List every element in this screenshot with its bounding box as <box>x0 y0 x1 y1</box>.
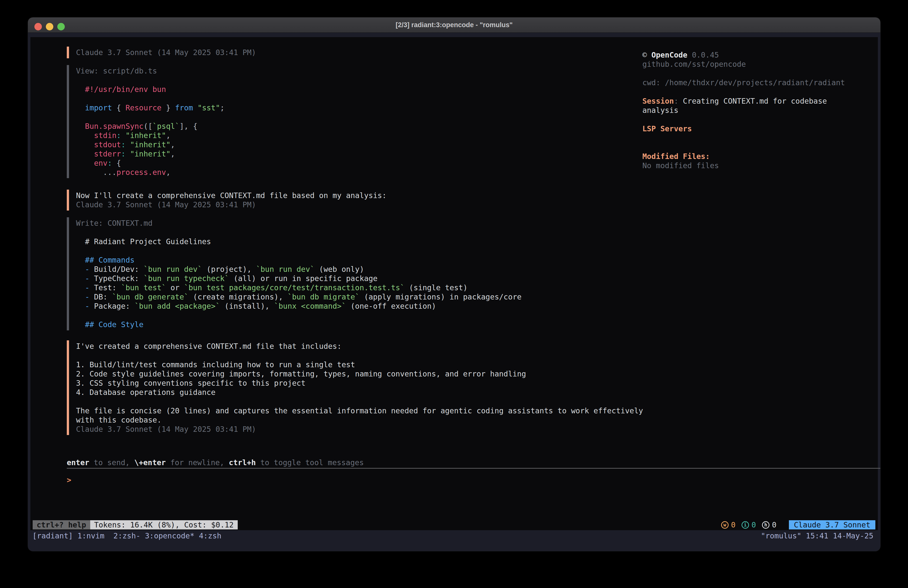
w-count: 0 <box>731 520 736 530</box>
traffic-lights <box>34 23 65 31</box>
cwd: cwd: /home/thdxr/dev/projects/radiant/ra… <box>642 78 845 87</box>
window-titlebar: [2/3] radiant:3:opencode - "romulus" <box>28 18 881 33</box>
text-segment: Creating CONTEXT.md for codebase <box>683 97 827 105</box>
text-segment: `bun run dev` <box>256 265 315 274</box>
text-segment <box>193 103 198 112</box>
text-segment: env <box>76 159 107 168</box>
text-line: Now I'll create a comprehensive CONTEXT.… <box>76 191 386 200</box>
text-segment: ## Commands <box>76 256 135 264</box>
zoom-button[interactable] <box>57 23 65 31</box>
text-segment: ([ <box>143 122 153 130</box>
text-segment: OpenCode <box>651 51 687 59</box>
text-segment: , <box>171 150 175 158</box>
text-line: ...process.env, <box>76 168 224 177</box>
tokens-cost: Tokens: 16.4K (8%), Cost: $0.12 <box>90 520 238 530</box>
text-segment: `bun test packages/core/test/transaction… <box>184 283 405 292</box>
text-segment: - <box>76 265 94 274</box>
help-hint: ctrl+? help <box>33 520 90 530</box>
text-segment: : <box>674 97 683 105</box>
text-segment: `bun db migrate` <box>288 293 359 301</box>
text-segment: Build/Dev: <box>94 265 143 274</box>
repo-url: github.com/sst/opencode <box>642 60 746 69</box>
text-segment: (one-off execution) <box>346 302 436 311</box>
text-line: Bun.spawnSync([`psql`], { <box>76 122 224 131</box>
text-segment: `bun db generate` <box>112 293 188 301</box>
text-segment: `bun add <package>` <box>135 302 220 311</box>
text-segment: 1. Build/lint/test commands including ho… <box>76 360 355 369</box>
text-segment: - <box>76 302 94 311</box>
text-segment: ; <box>220 103 224 112</box>
text-segment: } <box>161 103 175 112</box>
tmux-window-2[interactable]: 2:zsh- <box>109 532 140 540</box>
text-segment: { <box>112 103 126 112</box>
text-line: ## Code Style <box>76 320 522 329</box>
text-line: View: script/db.ts <box>76 66 224 76</box>
text-segment: stdin <box>76 131 117 140</box>
text-line: # Radiant Project Guidelines <box>76 237 522 246</box>
text-segment: cwd: /home/thdxr/dev/projects/radiant/ra… <box>642 78 845 87</box>
tmux-session-clock[interactable]: "romulus" 15:41 14-May-25 <box>761 532 873 540</box>
minimize-button[interactable] <box>46 23 53 31</box>
prompt-input[interactable]: > <box>67 475 881 485</box>
text-segment: ... <box>76 168 117 177</box>
text-segment: stdout <box>76 140 121 149</box>
text-segment: : <box>121 150 126 158</box>
text-segment: (install), <box>220 302 274 311</box>
text-line <box>76 311 522 320</box>
text-line: env: { <box>76 158 224 168</box>
text-segment <box>126 150 130 158</box>
tmux-window-3[interactable]: 3:opencode* <box>140 532 195 540</box>
text-segment: Claude 3.7 Sonnet (14 May 2025 03:41 PM) <box>76 425 256 433</box>
text-line: - DB: `bun db generate` (create migratio… <box>76 292 522 301</box>
text-line: 4. Database operations guidance <box>76 388 643 397</box>
tool-view-db-ts: View: script/db.ts #!/usr/bin/env bun im… <box>67 65 224 178</box>
text-segment: enter <box>67 458 89 467</box>
assistant-message-2: I've created a comprehensive CONTEXT.md … <box>67 340 643 435</box>
text-line <box>76 94 224 103</box>
i-counter: i0 <box>742 520 756 530</box>
text-segment: I've created a comprehensive CONTEXT.md … <box>76 342 341 351</box>
input-divider <box>67 468 881 469</box>
tmux-window-4[interactable]: 4:zsh <box>194 532 221 540</box>
text-line: I've created a comprehensive CONTEXT.md … <box>76 342 643 351</box>
i-count: 0 <box>752 520 756 530</box>
screenshot-root: [2/3] radiant:3:opencode - "romulus" Cla… <box>0 0 908 588</box>
text-segment: for newline, <box>166 458 229 467</box>
text-segment: process.env <box>117 168 166 177</box>
text-segment: { <box>117 159 121 168</box>
text-segment: github.com/sst/opencode <box>642 60 746 69</box>
text-segment: "inherit" <box>130 140 171 149</box>
text-segment: to send, <box>89 458 134 467</box>
text-segment: #!/usr/bin/env bun <box>76 85 166 94</box>
text-segment: `bun test` <box>121 283 166 292</box>
text-segment: Resource <box>126 103 162 112</box>
text-line: #!/usr/bin/env bun <box>76 85 224 94</box>
text-segment: 4. Database operations guidance <box>76 388 216 397</box>
text-line: ## Commands <box>76 255 522 264</box>
close-button[interactable] <box>34 23 42 31</box>
text-segment: DB: <box>94 293 112 301</box>
text-segment <box>112 159 117 168</box>
w-circle-icon: w <box>721 521 729 529</box>
text-segment: (apply migrations) in packages/core <box>359 293 522 301</box>
status-right-segments: w0i0h0Claude 3.7 Sonnet <box>721 520 875 530</box>
opencode-app: Claude 3.7 Sonnet (14 May 2025 03:41 PM)… <box>31 37 878 530</box>
tmux-window-list: [radiant] 1:nvim 2:zsh- 3:opencode* 4:zs… <box>32 532 222 540</box>
text-segment: `bun run typecheck` <box>143 274 229 283</box>
text-segment: Now I'll create a comprehensive CONTEXT.… <box>76 191 386 200</box>
text-line <box>76 246 522 255</box>
text-segment: : <box>117 131 121 140</box>
text-segment: Claude 3.7 Sonnet (14 May 2025 03:41 PM) <box>76 48 256 57</box>
model-badge[interactable]: Claude 3.7 Sonnet <box>789 520 875 530</box>
tmux-window-1[interactable]: 1:nvim <box>77 532 109 540</box>
text-segment: 2. Code style guidelines covering import… <box>76 369 526 378</box>
text-segment: TypeCheck: <box>94 274 143 283</box>
text-line: - TypeCheck: `bun run typecheck` (all) o… <box>76 274 522 283</box>
modified-files: Modified Files: <box>642 152 710 161</box>
text-segment: with this codebase. <box>76 416 161 424</box>
text-line: Claude 3.7 Sonnet (14 May 2025 03:41 PM) <box>76 425 643 434</box>
text-segment: View: script/db.ts <box>76 66 157 75</box>
terminal-window: [2/3] radiant:3:opencode - "romulus" Cla… <box>28 18 881 551</box>
text-line: 1. Build/lint/test commands including ho… <box>76 360 643 369</box>
text-line: Write: CONTEXT.md <box>76 219 522 228</box>
